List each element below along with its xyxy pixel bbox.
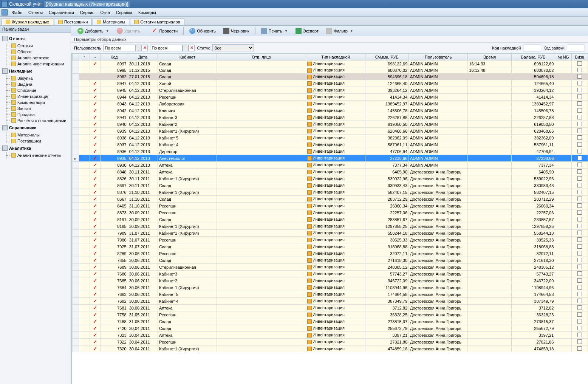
cell-visa[interactable] bbox=[571, 87, 588, 94]
task-item-Комплектация[interactable]: Комплектация bbox=[0, 99, 71, 105]
menu-Команды[interactable]: Команды bbox=[135, 9, 159, 15]
cell-visa[interactable] bbox=[571, 291, 588, 298]
table-row[interactable]: ✓893704.12.2013Кабинет 4Инвентаризация58… bbox=[73, 141, 588, 148]
cell-visa[interactable] bbox=[571, 209, 588, 216]
refresh-button[interactable]: Обновить bbox=[186, 26, 219, 36]
cell-visa[interactable] bbox=[571, 305, 588, 311]
checkbox-icon[interactable] bbox=[577, 101, 582, 106]
cell-visa[interactable] bbox=[571, 318, 588, 325]
cell-visa[interactable] bbox=[571, 325, 588, 332]
task-item-Анализ инвентаризации[interactable]: Анализ инвентаризации bbox=[0, 61, 71, 67]
table-row[interactable]: ✓893804.12.2013Кабинет 5Инвентаризация38… bbox=[73, 135, 588, 141]
col-sum[interactable]: Сумма, РУБ bbox=[365, 54, 409, 60]
col-code[interactable]: Код bbox=[101, 54, 128, 60]
cell-visa[interactable] bbox=[571, 67, 588, 74]
cell-visa[interactable] bbox=[571, 237, 588, 243]
table-row[interactable]: ✓732230.04.2011РесепшнИнвентаризация2782… bbox=[73, 339, 588, 345]
cell-visa[interactable] bbox=[571, 162, 588, 169]
tab-Остатки материалов[interactable]: Остатки материалов bbox=[130, 18, 184, 25]
cell-visa[interactable] bbox=[571, 271, 588, 277]
table-row[interactable]: ✓798631.07.2011РесепшнИнвентаризация3052… bbox=[73, 237, 588, 243]
table-row[interactable]: ✓768630.06.2011Кабинет3Инвентаризация577… bbox=[73, 271, 588, 277]
checkbox-icon[interactable] bbox=[577, 135, 582, 140]
checkbox-icon[interactable] bbox=[577, 299, 582, 303]
task-item-Поставщики[interactable]: Поставщики bbox=[0, 138, 71, 144]
checkbox-icon[interactable] bbox=[577, 149, 582, 153]
table-row[interactable]: ✓869730.11.2011СкладИнвентаризация330933… bbox=[73, 182, 588, 189]
checkbox-icon[interactable] bbox=[577, 312, 582, 317]
cell-visa[interactable] bbox=[571, 141, 588, 148]
checkbox-icon[interactable] bbox=[577, 224, 582, 228]
task-group-Аналитика[interactable]: Аналитика bbox=[0, 144, 71, 152]
cell-visa[interactable] bbox=[571, 243, 588, 250]
table-row[interactable]: ✓882630.11.2011Кабинет1 (Хирургия)Инвент… bbox=[73, 175, 588, 182]
cell-visa[interactable] bbox=[571, 121, 588, 128]
cell-visa[interactable] bbox=[571, 155, 588, 162]
table-row[interactable]: ✓893004.12.2013АптекаИнвентаризация7377,… bbox=[73, 162, 588, 169]
checkbox-icon[interactable] bbox=[577, 271, 582, 276]
task-item-Инвентаризация[interactable]: Инвентаризация bbox=[0, 93, 71, 99]
cell-visa[interactable] bbox=[571, 148, 588, 155]
checkbox-icon[interactable] bbox=[577, 203, 582, 208]
dropdown-icon[interactable]: ... bbox=[136, 45, 142, 51]
table-row[interactable]: ✓742030.04.2011СкладИнвентаризация255672… bbox=[73, 325, 588, 332]
cell-visa[interactable] bbox=[571, 264, 588, 271]
cell-visa[interactable] bbox=[571, 339, 588, 345]
checkbox-icon[interactable] bbox=[577, 156, 582, 160]
table-row[interactable]: ✓893904.12.2013Кабинет1 (Хирургия)Инвент… bbox=[73, 128, 588, 135]
col-visa[interactable]: Виза bbox=[571, 54, 588, 60]
table-row[interactable]: ✓884830.11.2011АптекаИнвентаризация6405,… bbox=[73, 169, 588, 175]
cell-visa[interactable] bbox=[571, 196, 588, 203]
task-item-Продажа[interactable]: Продажа bbox=[0, 111, 71, 118]
col-star[interactable]: * bbox=[79, 54, 90, 60]
tab-Поставщики[interactable]: Поставщики bbox=[54, 18, 92, 25]
checkbox-icon[interactable] bbox=[577, 217, 582, 221]
table-row[interactable]: ✓818530.09.2011Кабинет1 (Хирургия)Инвент… bbox=[73, 223, 588, 230]
cell-visa[interactable] bbox=[571, 189, 588, 196]
task-item-Материалы[interactable]: Материалы bbox=[0, 132, 71, 138]
cell-visa[interactable] bbox=[571, 203, 588, 209]
menu-Справочники[interactable]: Справочники bbox=[46, 9, 77, 15]
checkbox-icon[interactable] bbox=[577, 231, 582, 235]
table-row[interactable]: ✓798931.07.2011Кабинет1 (Хирургия)Инвент… bbox=[73, 230, 588, 237]
checkbox-icon[interactable] bbox=[577, 333, 582, 337]
filter-second-combo[interactable]: ... ✕ bbox=[150, 45, 195, 51]
menu-Сервис[interactable]: Сервис bbox=[77, 9, 97, 15]
table-row[interactable]: ✓887330.09.2011РесепшнИнвентаризация2225… bbox=[73, 209, 588, 216]
table-row[interactable]: ✓866731.10.2011СкладИнвентаризация283712… bbox=[73, 196, 588, 203]
cell-visa[interactable] bbox=[571, 257, 588, 264]
table-row[interactable]: ✓887631.10.2011Кабинет1 (Хирургия)Инвент… bbox=[73, 189, 588, 196]
cell-visa[interactable] bbox=[571, 250, 588, 257]
filter-user-combo[interactable]: ... ✕ bbox=[103, 45, 148, 51]
table-row[interactable]: ✓768130.06.2011АптекаИнвентаризация3712,… bbox=[73, 305, 588, 311]
table-row[interactable]: ✓732330.04.2011АптекаИнвентаризация3397,… bbox=[73, 332, 588, 339]
task-group-Отчеты[interactable]: Отчеты bbox=[0, 34, 71, 43]
menu-Файл[interactable]: Файл bbox=[9, 9, 25, 15]
cell-visa[interactable] bbox=[571, 345, 588, 352]
row-indicator-header[interactable] bbox=[73, 54, 79, 60]
checkbox-icon[interactable] bbox=[577, 197, 582, 201]
col-type[interactable]: Тип накладной bbox=[306, 54, 365, 60]
checkbox-icon[interactable] bbox=[577, 81, 582, 85]
cell-visa[interactable] bbox=[571, 216, 588, 223]
table-row[interactable]: ✓894404.12.2013РесепшнИнвентаризация4141… bbox=[73, 94, 588, 101]
checkbox-icon[interactable] bbox=[577, 258, 582, 262]
checkbox-icon[interactable] bbox=[577, 278, 582, 283]
cell-visa[interactable] bbox=[571, 128, 588, 135]
checkbox-icon[interactable] bbox=[577, 74, 582, 79]
table-row[interactable]: 896227.01.2015СкладИнвентаризация594696,… bbox=[73, 74, 588, 80]
table-row[interactable]: ✓748831.05.2011СкладИнвентаризация273815… bbox=[73, 318, 588, 325]
grid-scroll[interactable]: * - Код Дата Кабинет Отв. лицо Тип накла… bbox=[71, 53, 588, 384]
add-button[interactable]: Добавить▼ bbox=[74, 26, 113, 36]
clear-icon[interactable]: ✕ bbox=[142, 45, 148, 51]
export-button[interactable]: Экспорт bbox=[292, 26, 322, 36]
checkbox-icon[interactable] bbox=[577, 326, 582, 330]
checkbox-icon[interactable] bbox=[577, 163, 582, 167]
cell-visa[interactable] bbox=[571, 311, 588, 318]
cell-visa[interactable] bbox=[571, 94, 588, 101]
checkbox-icon[interactable] bbox=[577, 305, 582, 310]
task-item-Заявки[interactable]: Заявки bbox=[0, 105, 71, 111]
table-row[interactable]: ✓840531.10.2011РесепшнИнвентаризация2606… bbox=[73, 203, 588, 209]
table-row[interactable]: ✓768330.06.2011Кабинет 5Инвентаризация17… bbox=[73, 291, 588, 298]
menu-Отчеты[interactable]: Отчеты bbox=[25, 9, 46, 15]
